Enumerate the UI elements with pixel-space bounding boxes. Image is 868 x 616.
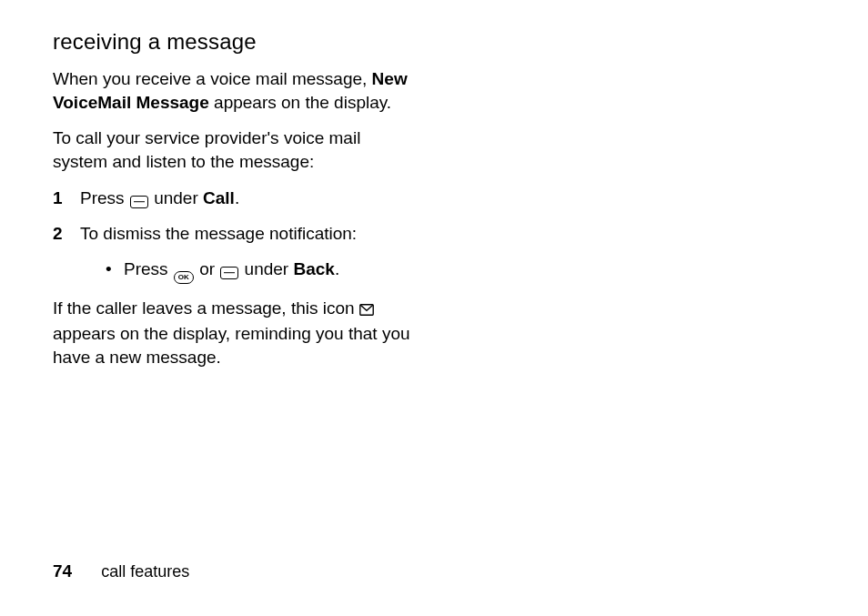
- text-fragment: or: [195, 259, 219, 278]
- intro-paragraph-2: To call your service provider's voice ma…: [53, 126, 417, 173]
- page-footer: 74call features: [53, 561, 189, 581]
- text-fragment: If the caller leaves a message, this ico…: [53, 298, 359, 318]
- text-fragment: .: [335, 259, 339, 278]
- mail-icon: [359, 298, 374, 322]
- text-fragment: Press: [124, 259, 173, 278]
- softkey-icon: [220, 260, 238, 285]
- text-fragment: When you receive a voice mail message,: [53, 69, 372, 88]
- text-fragment: Press: [80, 188, 129, 207]
- step-1: Press under Call.: [53, 187, 417, 214]
- text-fragment: under: [239, 259, 293, 278]
- section-heading: receiving a message: [53, 29, 417, 55]
- step-2: To dismiss the message notification: Pre…: [53, 222, 417, 284]
- ok-icon: OK: [174, 260, 194, 285]
- page-number: 74: [53, 561, 72, 581]
- section-label: call features: [72, 562, 189, 581]
- intro-paragraph-1: When you receive a voice mail message, N…: [53, 67, 417, 114]
- substep-1: Press OK or under Back.: [106, 258, 417, 285]
- substep-list: Press OK or under Back.: [80, 258, 417, 285]
- bold-label-call: Call: [203, 188, 235, 207]
- text-fragment: To dismiss the message notification:: [80, 224, 357, 243]
- text-fragment: under: [149, 188, 203, 207]
- manual-page: receiving a message When you receive a v…: [0, 0, 868, 616]
- text-fragment: appears on the display, reminding you th…: [53, 324, 410, 367]
- text-fragment: .: [235, 188, 239, 207]
- steps-list: Press under Call. To dismiss the message…: [53, 187, 417, 285]
- softkey-icon: [130, 189, 148, 214]
- content-column: receiving a message When you receive a v…: [53, 29, 417, 369]
- closing-paragraph: If the caller leaves a message, this ico…: [53, 297, 417, 369]
- text-fragment: appears on the display.: [209, 93, 391, 112]
- bold-label-back: Back: [293, 259, 334, 278]
